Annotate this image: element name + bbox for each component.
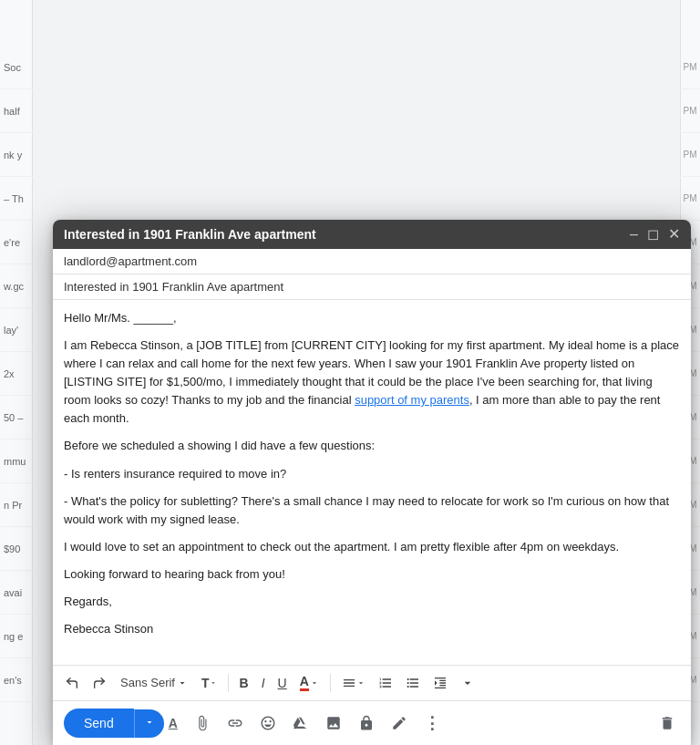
close-icon[interactable]: ✕ bbox=[668, 227, 680, 242]
send-button[interactable]: Send bbox=[64, 709, 134, 738]
bullet-list-button[interactable] bbox=[401, 672, 425, 694]
question-1: - Is renters insurance required to move … bbox=[64, 465, 680, 483]
italic-button[interactable]: I bbox=[257, 672, 270, 694]
right-time-2: PM bbox=[680, 133, 700, 177]
toolbar-sep-1 bbox=[228, 674, 229, 692]
compose-window-controls: – ◻ ✕ bbox=[630, 227, 680, 242]
right-time-3: PM bbox=[680, 177, 700, 221]
attach-button[interactable] bbox=[190, 710, 215, 736]
align-button[interactable] bbox=[337, 672, 370, 694]
left-label-11: $90 bbox=[0, 527, 33, 571]
left-label-8: 50 – bbox=[0, 396, 33, 440]
left-label-2: nk y bbox=[0, 133, 33, 177]
left-label-7: 2x bbox=[0, 352, 33, 396]
subject-field[interactable]: Interested in 1901 Franklin Ave apartmen… bbox=[53, 274, 691, 300]
numbered-list-button[interactable] bbox=[374, 672, 397, 694]
expand-icon[interactable]: ◻ bbox=[647, 227, 659, 242]
compose-header: Interested in 1901 Franklin Ave apartmen… bbox=[53, 220, 691, 249]
compose-body[interactable]: Hello Mr/Ms. ______, I am Rebecca Stinso… bbox=[53, 300, 691, 665]
more-formatting-button[interactable] bbox=[456, 672, 479, 694]
subject-value: Interested in 1901 Franklin Ave apartmen… bbox=[64, 280, 283, 294]
to-value: landlord@apartment.com bbox=[64, 254, 197, 268]
signature: Rebecca Stinson bbox=[64, 620, 680, 638]
send-dropdown-button[interactable] bbox=[134, 709, 164, 738]
more-options-button[interactable]: ⋮ bbox=[419, 709, 446, 738]
redo-button[interactable] bbox=[88, 672, 111, 694]
insert-link-button[interactable] bbox=[222, 710, 248, 736]
bold-button[interactable]: B bbox=[235, 672, 253, 694]
action-icons-group: A ⋮ bbox=[164, 709, 446, 738]
left-label-14: en's bbox=[0, 658, 33, 702]
question-2: - What's the policy for subletting? Ther… bbox=[64, 492, 680, 529]
paragraph-3: I would love to set an appointment to ch… bbox=[64, 538, 680, 556]
regards: Regards, bbox=[64, 593, 680, 611]
text-formatting-button[interactable]: A bbox=[164, 711, 182, 735]
left-label-6: lay' bbox=[0, 308, 33, 352]
left-label-10: n Pr bbox=[0, 483, 33, 527]
delete-draft-button[interactable] bbox=[654, 710, 680, 736]
toolbar-sep-2 bbox=[330, 674, 331, 692]
closing: Looking forward to hearing back from you… bbox=[64, 565, 680, 584]
font-size-button[interactable]: T bbox=[197, 672, 221, 694]
parents-link[interactable]: support of my parents bbox=[355, 393, 469, 407]
formatting-toolbar: Sans Serif T B I U A bbox=[53, 665, 691, 700]
font-selector-button[interactable]: Sans Serif bbox=[115, 673, 193, 692]
text-color-button[interactable]: A bbox=[295, 671, 324, 695]
left-label-3: – Th bbox=[0, 177, 33, 221]
compose-actions-bar: Send A bbox=[53, 700, 691, 745]
indent-button[interactable] bbox=[428, 672, 452, 694]
left-label-0: Soc bbox=[0, 46, 33, 89]
left-label-5: w.gc bbox=[0, 264, 33, 308]
drive-button[interactable] bbox=[288, 710, 314, 736]
left-label-12: avai bbox=[0, 571, 33, 615]
paragraph-1: I am Rebecca Stinson, a [JOB TITLE] from… bbox=[64, 336, 680, 429]
right-time-1: PM bbox=[680, 89, 700, 133]
greeting: Hello Mr/Ms. ______, bbox=[64, 309, 680, 327]
compose-title: Interested in 1901 Franklin Ave apartmen… bbox=[64, 227, 316, 242]
font-name-label: Sans Serif bbox=[120, 676, 175, 689]
left-label-13: ng e bbox=[0, 615, 33, 658]
minimize-icon[interactable]: – bbox=[630, 227, 638, 242]
send-group: Send bbox=[64, 709, 164, 738]
lock-button[interactable] bbox=[354, 710, 379, 736]
left-label-1: half bbox=[0, 89, 33, 133]
undo-button[interactable] bbox=[60, 672, 84, 694]
emoji-button[interactable] bbox=[255, 710, 281, 736]
right-time-0: PM bbox=[680, 46, 700, 89]
left-labels-container: Soc half nk y – Th e're w.gc lay' 2x 50 … bbox=[0, 0, 33, 745]
signature-button[interactable] bbox=[386, 710, 412, 736]
left-label-4: e're bbox=[0, 221, 33, 264]
left-label-9: mmu bbox=[0, 440, 33, 483]
underline-button[interactable]: U bbox=[273, 672, 292, 694]
to-field[interactable]: landlord@apartment.com bbox=[53, 249, 691, 274]
photo-button[interactable] bbox=[321, 710, 346, 736]
compose-window: Interested in 1901 Franklin Ave apartmen… bbox=[53, 220, 691, 745]
paragraph-2: Before we scheduled a showing I did have… bbox=[64, 437, 680, 455]
